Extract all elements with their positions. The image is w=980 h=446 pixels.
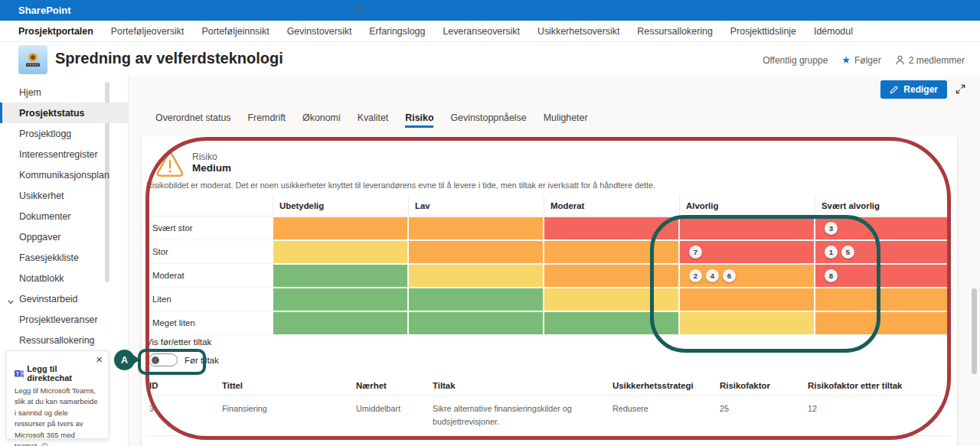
sidebar-item[interactable]: Prosjektleveranser <box>0 309 128 330</box>
matrix-cell[interactable] <box>408 216 544 240</box>
matrix-cell[interactable] <box>408 264 544 288</box>
matrix-cell[interactable]: 15 <box>815 240 950 264</box>
matrix-cell[interactable] <box>544 264 679 288</box>
svg-text:T: T <box>16 370 19 376</box>
toggle-group-label: Vis før/etter tiltak <box>146 337 211 347</box>
members-button[interactable]: 2 medlemmer <box>895 55 965 66</box>
topnav-item[interactable]: Ressursallokering <box>637 26 712 37</box>
sidebar-item[interactable]: Notatblokk <box>0 268 128 288</box>
sidebar-item[interactable]: Dokumenter <box>0 206 128 226</box>
risk-table: IDTittelNærhetTiltakUsikkerhetsstrategiR… <box>146 376 950 446</box>
table-cell: 20 <box>720 443 808 446</box>
expand-icon[interactable] <box>955 83 967 96</box>
edit-button[interactable]: Rediger <box>880 80 947 99</box>
topnav-item[interactable]: Usikkerhetsoversikt <box>537 26 619 37</box>
risk-badge[interactable]: 8 <box>825 269 838 282</box>
sidebar-item[interactable]: Usikkerhet <box>0 185 128 206</box>
before-after-toggle[interactable] <box>149 353 178 366</box>
risk-badge[interactable]: 5 <box>841 246 854 259</box>
matrix-cell[interactable] <box>815 288 950 311</box>
sidebar-item[interactable]: Prosjektlogg <box>0 123 128 144</box>
table-column-header[interactable]: Risikofaktor etter tiltak <box>808 381 950 390</box>
risk-badge[interactable]: 4 <box>706 269 719 282</box>
topnav-item[interactable]: Porteføljeinnsikt <box>202 26 270 37</box>
sidebar-item[interactable]: Interessentregister <box>0 144 128 164</box>
matrix-cell[interactable] <box>679 216 815 240</box>
topnav-item[interactable]: Erfaringslogg <box>369 26 425 37</box>
matrix-row-label: Stor <box>146 240 273 264</box>
follow-button[interactable]: ★ Følger <box>841 54 880 66</box>
topnav-item[interactable]: Gevinstoversikt <box>287 26 352 37</box>
sidebar-item[interactable]: Prosjektstatus <box>0 103 128 123</box>
table-cell: Umiddelbart <box>356 402 433 428</box>
teams-promo-card: × T Legg til direktechat Legg til Micros… <box>6 350 109 439</box>
sharepoint-brand[interactable]: SharePoint <box>18 5 71 16</box>
chevron-down-icon[interactable] <box>8 296 14 307</box>
tab-risiko[interactable]: Risiko <box>405 112 433 128</box>
matrix-cell[interactable] <box>679 311 815 335</box>
matrix-cell[interactable] <box>273 216 408 240</box>
matrix-cell[interactable] <box>273 288 408 311</box>
tab-fremdrift[interactable]: Fremdrift <box>247 112 286 128</box>
sidebar-item[interactable]: Oppgaver <box>0 226 128 247</box>
topnav-item[interactable]: Prosjekttidslinje <box>730 26 796 37</box>
matrix-cell[interactable] <box>273 264 408 288</box>
tab-kvalitet[interactable]: Kvalitet <box>358 112 389 128</box>
star-icon: ★ <box>841 54 851 66</box>
page-title: Spredning av velferdsteknologi <box>55 50 283 67</box>
table-row[interactable]: 1Teknologisk kompatibilitetI denne fasen… <box>146 436 950 446</box>
sidebar-item[interactable]: Hjem <box>0 82 128 103</box>
matrix-cell[interactable]: 7 <box>679 240 815 264</box>
site-logo[interactable] <box>18 45 47 74</box>
risk-badge[interactable]: 2 <box>689 269 702 282</box>
suite-bar: SharePoint <box>0 0 980 21</box>
matrix-cell[interactable] <box>815 311 950 335</box>
risk-badge[interactable]: 1 <box>825 246 838 259</box>
topnav-item[interactable]: Idémodul <box>814 26 853 37</box>
tab-gevinstoppn-else[interactable]: Gevinstoppnåelse <box>450 112 526 128</box>
matrix-cell[interactable] <box>544 240 679 264</box>
risk-badge[interactable]: 7 <box>689 246 702 259</box>
matrix-cell[interactable] <box>273 311 408 335</box>
tab-muligheter[interactable]: Muligheter <box>544 112 588 128</box>
matrix-cell[interactable] <box>273 240 408 264</box>
sidebar-item[interactable]: Fasesjekkliste <box>0 247 128 268</box>
table-column-header[interactable]: ID <box>149 381 222 390</box>
topnav-item[interactable]: Leveranseoversikt <box>443 26 520 37</box>
matrix-cell[interactable] <box>408 288 544 311</box>
sidebar-item[interactable]: Kommunikasjonsplan <box>0 164 128 185</box>
table-cell: I denne fasen <box>356 443 433 446</box>
page-scrollbar[interactable] <box>972 288 977 374</box>
close-icon[interactable]: × <box>96 353 103 366</box>
table-column-header[interactable]: Tiltak <box>433 381 612 390</box>
topnav-item[interactable]: Porteføljeoversikt <box>111 26 185 37</box>
table-column-header[interactable]: Usikkerhetsstrategi <box>612 381 720 390</box>
matrix-cell[interactable] <box>544 311 679 335</box>
table-row[interactable]: 3FinansieringUmiddelbartSikre alternativ… <box>146 396 950 436</box>
topnav-item[interactable]: Prosjektportalen <box>18 26 93 37</box>
matrix-cell[interactable] <box>679 288 815 311</box>
matrix-cell[interactable] <box>408 311 544 335</box>
matrix-cell[interactable] <box>408 240 544 264</box>
sidebar-item[interactable]: Gevinstarbeid <box>0 288 128 309</box>
matrix-row-label: Meget liten <box>146 311 273 335</box>
table-column-header[interactable]: Nærhet <box>356 381 433 390</box>
toggle-knob <box>152 356 159 364</box>
table-column-header[interactable]: Risikofaktor <box>720 381 808 390</box>
site-privacy-label: Offentlig gruppe <box>763 55 828 66</box>
matrix-corner <box>146 195 273 216</box>
table-cell: Redusere <box>612 402 720 428</box>
tab-overordnet-status[interactable]: Overordnet status <box>155 112 230 128</box>
matrix-cell[interactable]: 8 <box>815 264 950 288</box>
matrix-cell[interactable] <box>544 288 679 311</box>
matrix-cell[interactable]: 3 <box>815 216 950 240</box>
info-icon[interactable]: i <box>41 443 48 446</box>
matrix-cell[interactable]: 246 <box>679 264 815 288</box>
risk-badge[interactable]: 3 <box>825 222 838 235</box>
table-cell: 1 <box>149 443 222 446</box>
sidebar-item[interactable]: Ressursallokering <box>0 330 128 350</box>
matrix-cell[interactable] <box>544 216 679 240</box>
risk-badge[interactable]: 6 <box>723 269 736 282</box>
tab--konomi[interactable]: Økonomi <box>302 112 341 128</box>
table-column-header[interactable]: Tittel <box>222 381 356 390</box>
